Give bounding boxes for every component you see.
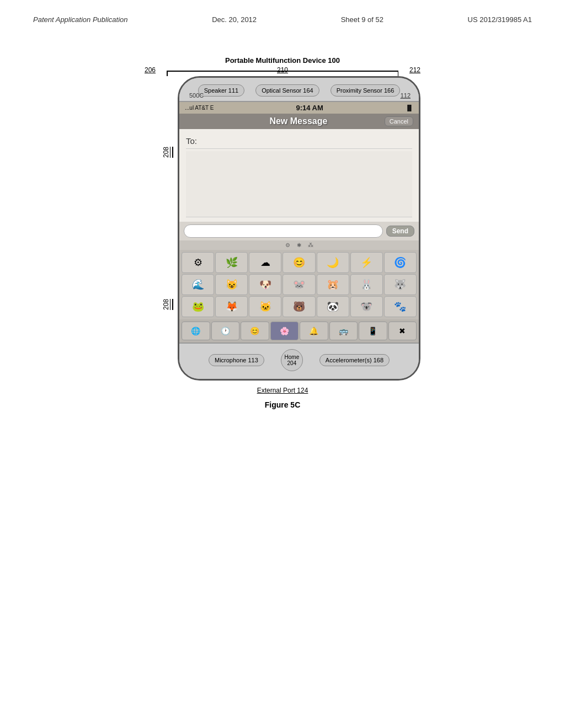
send-button[interactable]: Send xyxy=(386,226,414,237)
emoji-cell-19[interactable]: 🐼 xyxy=(317,296,349,317)
phone-screen: ...ul AT&T E 9:14 AM ▐▌ New Message Canc… xyxy=(179,102,419,342)
emoji-cell-13[interactable]: 🐰 xyxy=(350,274,383,295)
patent-header: Patent Application Publication Dec. 20, … xyxy=(33,15,532,24)
top-bracket-row: 206 210 212 xyxy=(145,66,420,74)
bottom-emoji-bar: 🌐 🕐 😊 🌸 🔔 🚌 📱 ✖ xyxy=(179,319,419,342)
left-side-labels: 208 208 xyxy=(145,76,178,381)
emoji-cell-9[interactable]: 😺 xyxy=(215,274,248,295)
emoji-cell-8[interactable]: 🌊 xyxy=(182,274,214,295)
bracket-label-206: 206 xyxy=(145,66,156,74)
emoji-cell-1[interactable]: ⚙ xyxy=(182,252,214,273)
emoji-cell-16[interactable]: 🦊 xyxy=(215,296,248,317)
bottom-emoji-clock[interactable]: 🕐 xyxy=(211,322,240,340)
emoji-cell-11[interactable]: 🐭 xyxy=(282,274,315,295)
microphone-label: Microphone 113 xyxy=(209,354,264,366)
emoji-cell-14[interactable]: 🐺 xyxy=(384,274,417,295)
bottom-emoji-x[interactable]: ✖ xyxy=(388,322,417,340)
emoji-cell-10[interactable]: 🐶 xyxy=(249,274,281,295)
sheet-info: Sheet 9 of 52 xyxy=(341,15,383,24)
bottom-emoji-bell[interactable]: 🔔 xyxy=(300,322,328,340)
status-bar: ...ul AT&T E 9:14 AM ▐▌ xyxy=(179,102,419,114)
message-body[interactable] xyxy=(186,151,412,217)
emoji-cell-7[interactable]: 🌀 xyxy=(384,252,417,273)
figure-label: Figure 5C xyxy=(265,400,301,409)
patent-date: Dec. 20, 2012 xyxy=(212,15,257,24)
cancel-button[interactable]: Cancel xyxy=(385,116,413,126)
emoji-cell-12[interactable]: 🐹 xyxy=(317,274,349,295)
patent-publication-label: Patent Application Publication xyxy=(33,15,128,24)
proximity-sensor-label: Proximity Sensor 166 xyxy=(331,84,401,97)
phone-bottom: Microphone 113 Home 204 Accelerometer(s)… xyxy=(179,342,419,379)
phone-plus-labels: 208 208 500C Speaker 111 Optical Sensor … xyxy=(145,76,420,381)
patent-number: US 2012/319985 A1 xyxy=(468,15,532,24)
emoji-toolbar: ⚙ ✱ ⁂ xyxy=(179,240,419,250)
bracket-label-212: 212 xyxy=(409,66,420,74)
bottom-emoji-flower[interactable]: 🌸 xyxy=(270,322,299,340)
emoji-cell-17[interactable]: 🐱 xyxy=(249,296,281,317)
bracket-tick-right xyxy=(398,71,399,76)
home-button[interactable]: Home 204 xyxy=(281,349,303,371)
emoji-cell-2[interactable]: 🌿 xyxy=(215,252,248,273)
nav-bar: New Message Cancel xyxy=(179,114,419,129)
emoji-cell-4[interactable]: 😊 xyxy=(282,252,315,273)
emoji-toolbar-icon-1: ⚙ xyxy=(285,242,290,248)
status-time: 9:14 AM xyxy=(296,104,323,112)
emoji-toolbar-icon-3: ⁂ xyxy=(308,242,313,248)
message-area: To: xyxy=(179,129,419,222)
emoji-cell-21[interactable]: 🐾 xyxy=(384,296,417,317)
phone-model: 500C xyxy=(189,92,204,99)
phone-top: 500C Speaker 111 Optical Sensor 164 Prox… xyxy=(179,78,419,102)
bracket-label-210: 210 xyxy=(277,66,288,74)
phone-device: 500C Speaker 111 Optical Sensor 164 Prox… xyxy=(178,76,420,381)
bottom-emoji-globe[interactable]: 🌐 xyxy=(182,322,210,340)
optical-sensor-label: Optical Sensor 164 xyxy=(255,84,319,97)
device-title-area: Portable Multifunction Device 100 xyxy=(145,55,420,65)
nav-title: New Message xyxy=(269,116,327,126)
to-field[interactable]: To: xyxy=(186,133,412,149)
accelerometer-label: Accelerometer(s) 168 xyxy=(319,354,390,366)
message-input[interactable] xyxy=(184,224,383,238)
side-ref-208-top: 208 xyxy=(162,147,173,158)
emoji-cell-5[interactable]: 🌙 xyxy=(317,252,349,273)
page: Patent Application Publication Dec. 20, … xyxy=(0,0,565,728)
emoji-cell-20[interactable]: 🐨 xyxy=(350,296,383,317)
emoji-cell-15[interactable]: 🐸 xyxy=(182,296,214,317)
external-port-label: External Port 124 xyxy=(257,387,308,394)
speaker-label: Speaker 111 xyxy=(198,84,244,97)
bottom-emoji-smile[interactable]: 😊 xyxy=(241,322,269,340)
bracket-line xyxy=(167,71,398,72)
input-bar: Send xyxy=(179,222,419,240)
emoji-grid: ⚙ 🌿 ☁ 😊 🌙 ⚡ 🌀 🌊 😺 🐶 🐭 🐹 🐰 xyxy=(179,250,419,319)
emoji-toolbar-icon-2: ✱ xyxy=(297,242,301,248)
emoji-cell-3[interactable]: ☁ xyxy=(249,252,281,273)
bottom-emoji-phone[interactable]: 📱 xyxy=(359,322,387,340)
emoji-cell-18[interactable]: 🐻 xyxy=(282,296,315,317)
bracket-tick-left xyxy=(167,71,168,76)
external-port-container: External Port 124 xyxy=(150,385,415,395)
corner-ref-112: 112 xyxy=(401,92,411,99)
device-title: Portable Multifunction Device 100 xyxy=(225,56,340,65)
side-ref-208-bottom: 208 xyxy=(162,299,173,310)
bottom-emoji-bus[interactable]: 🚌 xyxy=(329,322,358,340)
emoji-cell-6[interactable]: ⚡ xyxy=(350,252,383,273)
carrier-text: ...ul AT&T E xyxy=(185,105,214,111)
battery-icon: ▐▌ xyxy=(406,105,413,111)
main-diagram: Portable Multifunction Device 100 206 21… xyxy=(28,55,537,409)
